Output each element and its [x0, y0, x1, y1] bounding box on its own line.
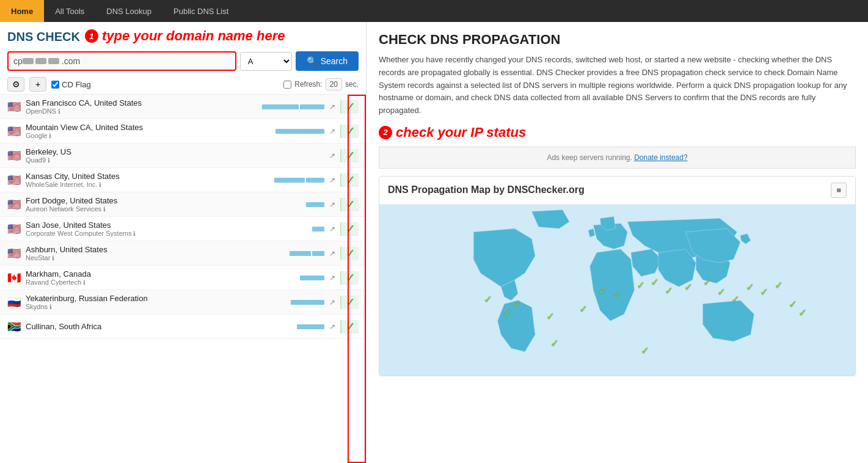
map-header: DNS Propagation Map by DNSChecker.org ≡: [379, 177, 855, 205]
ip-bar: [300, 104, 324, 109]
external-link-icon[interactable]: ↗: [329, 103, 335, 111]
external-link-icon[interactable]: ↗: [329, 151, 335, 160]
server-provider: OpenDNS ℹ: [26, 108, 262, 115]
search-bar: cp .com A AAAA CNAME MX NS TXT SOA PTR: [0, 49, 366, 75]
info-icon[interactable]: ℹ: [99, 181, 101, 188]
check-mark: ✓: [346, 320, 355, 334]
server-provider: Quad9 ℹ: [26, 156, 324, 164]
server-flag: 🇿🇦: [7, 320, 21, 334]
server-flag: 🇺🇸: [7, 100, 21, 114]
check-col: ✓: [340, 149, 359, 162]
server-name: Fort Dodge, United States: [26, 196, 306, 205]
search-input-wrap[interactable]: cp .com: [7, 51, 236, 71]
ip-bar: [291, 300, 324, 305]
map-check-mark: ✓: [760, 286, 768, 298]
map-check-mark: ✓: [651, 277, 658, 288]
donate-link[interactable]: Donate instead?: [634, 153, 687, 162]
server-flag: 🇨🇦: [7, 271, 21, 285]
ip-bar: [312, 251, 324, 256]
ip-bars: [300, 275, 324, 280]
map-check-mark: ✓: [746, 282, 754, 293]
refresh-checkbox[interactable]: [283, 81, 291, 89]
map-check-mark: ✓: [598, 285, 606, 297]
server-flag: 🇺🇸: [7, 173, 21, 187]
map-check-mark: ✓: [641, 345, 649, 357]
map-section: DNS Propagation Map by DNSChecker.org ≡: [379, 176, 856, 376]
info-icon[interactable]: ℹ: [49, 133, 51, 139]
server-info: Mountain View CA, United StatesGoogle ℹ: [26, 123, 275, 139]
external-link-icon[interactable]: ↗: [329, 274, 335, 282]
external-link-icon[interactable]: ↗: [329, 127, 335, 136]
info-icon[interactable]: ℹ: [103, 206, 106, 213]
cd-flag-check[interactable]: CD Flag: [51, 80, 91, 89]
ip-bars: [274, 178, 324, 183]
external-link-icon[interactable]: ↗: [329, 249, 335, 258]
ip-bar: [306, 178, 324, 183]
info-icon[interactable]: ℹ: [52, 255, 54, 261]
external-link-icon[interactable]: ↗: [329, 225, 335, 233]
server-flag: 🇺🇸: [7, 198, 21, 211]
refresh-area: Refresh: 20 sec.: [283, 78, 359, 90]
info-icon[interactable]: ℹ: [83, 279, 86, 286]
right-panel: CHECK DNS PROPAGATION Whether you have r…: [367, 22, 868, 463]
nav-home[interactable]: Home: [0, 0, 44, 22]
domain-prefix-text: cp: [13, 56, 23, 66]
server-name: Cullinan, South Africa: [26, 322, 297, 331]
server-info: Markham, CanadaRavand Cybertech ℹ: [26, 269, 300, 286]
check-mark: ✓: [346, 149, 355, 162]
filter-icon-btn[interactable]: ⚙: [7, 77, 24, 92]
server-provider: Google ℹ: [26, 132, 275, 139]
map-check-mark: ✓: [484, 294, 492, 305]
info-icon[interactable]: ℹ: [58, 108, 60, 115]
badge-2: 2: [379, 126, 392, 139]
info-icon[interactable]: ℹ: [49, 304, 52, 310]
server-info: Berkeley, USQuad9 ℹ: [26, 147, 324, 164]
nav-all-tools[interactable]: All Tools: [44, 0, 95, 22]
server-flag: 🇺🇸: [7, 125, 21, 138]
server-row: 🇺🇸Mountain View CA, United StatesGoogle …: [0, 119, 366, 144]
ip-bars: [312, 227, 324, 232]
ip-bar: [275, 129, 324, 134]
refresh-value: 20: [326, 78, 342, 90]
server-flag: 🇺🇸: [7, 247, 21, 260]
right-title: CHECK DNS PROPAGATION: [379, 32, 856, 48]
record-type-select[interactable]: A AAAA CNAME MX NS TXT SOA PTR: [240, 52, 292, 71]
server-row: 🇷🇺Yekaterinburg, Russian FederationSkydn…: [0, 290, 366, 315]
cd-flag-checkbox[interactable]: [51, 81, 59, 89]
server-row: 🇺🇸Ashburn, United StatesNeuStar ℹ↗✓: [0, 241, 366, 266]
map-check-mark: ✓: [579, 304, 587, 315]
map-menu-button[interactable]: ≡: [831, 183, 847, 198]
annotation-1-text: type your domain name here: [102, 28, 285, 44]
server-provider: Ravand Cybertech ℹ: [26, 279, 300, 286]
nav-dns-lookup[interactable]: DNS Lookup: [95, 0, 162, 22]
search-input[interactable]: [80, 56, 104, 66]
external-link-icon[interactable]: ↗: [329, 323, 335, 331]
info-icon[interactable]: ℹ: [48, 157, 50, 164]
search-button[interactable]: 🔍 Search: [296, 51, 359, 71]
map-check-mark: ✓: [703, 277, 711, 288]
server-row: 🇺🇸Fort Dodge, United StatesAureon Networ…: [0, 192, 366, 217]
server-list: 🇺🇸San Francisco CA, United StatesOpenDNS…: [0, 95, 366, 463]
check-col: ✓: [340, 271, 359, 285]
left-panel: DNS CHECK 1 type your domain name here c…: [0, 22, 367, 463]
server-flag: 🇺🇸: [7, 222, 21, 236]
navigation: Home All Tools DNS Lookup Public DNS Lis…: [0, 0, 868, 22]
ip-bar: [262, 104, 299, 109]
cd-flag-label: CD Flag: [62, 80, 91, 89]
add-icon-btn[interactable]: +: [29, 77, 46, 92]
server-info: Fort Dodge, United StatesAureon Network …: [26, 196, 306, 213]
map-check-mark: ✓: [717, 286, 725, 298]
nav-public-dns[interactable]: Public DNS List: [162, 0, 239, 22]
check-mark: ✓: [346, 198, 355, 211]
main-layout: DNS CHECK 1 type your domain name here c…: [0, 22, 868, 463]
external-link-icon[interactable]: ↗: [329, 176, 335, 184]
server-info: Yekaterinburg, Russian FederationSkydns …: [26, 294, 291, 310]
check-col: ✓: [340, 247, 359, 260]
check-col: ✓: [340, 320, 359, 334]
server-name: Markham, Canada: [26, 269, 300, 279]
external-link-icon[interactable]: ↗: [329, 298, 335, 307]
info-icon[interactable]: ℹ: [133, 230, 136, 237]
right-desc: Whether you have recently changed your D…: [379, 54, 856, 117]
ip-bar: [300, 275, 324, 280]
external-link-icon[interactable]: ↗: [329, 200, 335, 209]
